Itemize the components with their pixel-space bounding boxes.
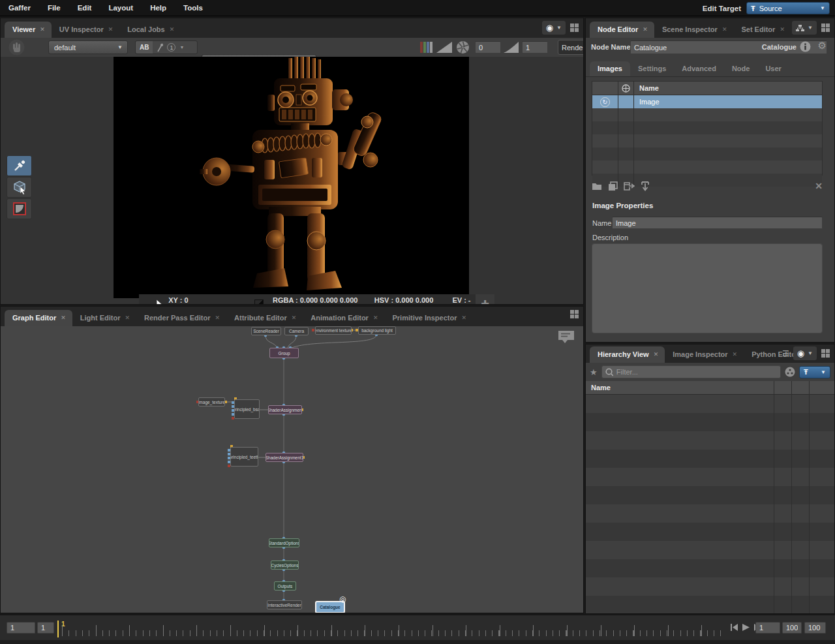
graph-node-standardoptions[interactable]: StandardOptions: [269, 538, 299, 547]
filter-search-box[interactable]: [601, 365, 781, 378]
menu-help[interactable]: Help: [142, 0, 175, 16]
pin-mode-dropdown[interactable]: ◉ ▼: [793, 346, 817, 360]
close-icon[interactable]: ✕: [733, 351, 738, 358]
tab-primitive-inspector[interactable]: Primitive Inspector✕: [384, 310, 473, 326]
hierarchy-rows[interactable]: [586, 395, 834, 613]
view-select-dropdown[interactable]: default ▼: [48, 40, 128, 54]
extract-image-icon[interactable]: [641, 181, 650, 191]
gear-icon[interactable]: ⚙: [818, 40, 827, 52]
close-icon[interactable]: ✕: [40, 26, 45, 33]
crop-window-tool-button[interactable]: [7, 198, 32, 219]
tab-image-inspector[interactable]: Image Inspector✕: [665, 346, 744, 363]
range-end-input[interactable]: [782, 622, 802, 634]
annotation-bubble-icon[interactable]: [557, 330, 575, 345]
menu-gaffer[interactable]: Gaffer: [0, 0, 39, 16]
graph-node-shaderassignment1[interactable]: ShaderAssignment1: [266, 453, 303, 462]
image-name-input[interactable]: [612, 217, 823, 229]
menu-tools[interactable]: Tools: [175, 0, 211, 16]
wipe-icon[interactable]: [156, 43, 164, 52]
wipe-index-badge[interactable]: 1: [167, 43, 175, 52]
graph-node-outputs[interactable]: Outputs: [274, 581, 296, 590]
aperture-icon[interactable]: [456, 40, 470, 54]
subtab-user[interactable]: User: [757, 61, 789, 76]
play-icon[interactable]: [742, 624, 750, 631]
channel-bars-icon[interactable]: [420, 42, 433, 53]
menu-layout[interactable]: Layout: [100, 0, 142, 16]
tab-set-editor[interactable]: Set Editor ✕: [733, 22, 791, 38]
subtab-node[interactable]: Node: [724, 61, 758, 76]
frame-input-left[interactable]: [37, 622, 54, 634]
close-icon[interactable]: ✕: [654, 351, 659, 358]
tab-viewer[interactable]: Viewer ✕: [5, 22, 52, 38]
tab-scene-inspector[interactable]: Scene Inspector ✕: [654, 22, 734, 38]
graph-node-shaderassignment[interactable]: ShaderAssignment: [268, 405, 302, 414]
exposure-icon[interactable]: [436, 42, 452, 53]
filter-input[interactable]: [616, 368, 777, 376]
graph-canvas[interactable]: SceneReader Camera environment texture b…: [1, 326, 583, 613]
gamma-icon[interactable]: [504, 42, 519, 53]
close-icon[interactable]: ✕: [292, 314, 297, 321]
graph-node-interactiverender[interactable]: InteractiveRender: [267, 600, 302, 609]
graph-node-cyclesoptions[interactable]: CyclesOptions: [271, 560, 299, 570]
current-frame-input[interactable]: [755, 622, 780, 634]
add-readout-button[interactable]: ✚: [476, 294, 494, 305]
graph-node-image-texture[interactable]: image_texture: [198, 397, 225, 406]
goto-start-icon[interactable]: [731, 624, 738, 631]
tab-hierarchy-view[interactable]: Hierarchy View✕: [590, 346, 665, 363]
tab-local-jobs[interactable]: Local Jobs ✕: [119, 22, 181, 38]
playhead[interactable]: [57, 621, 59, 637]
graph-node-background-light[interactable]: background light: [358, 326, 396, 335]
tab-node-editor[interactable]: Node Editor ✕: [590, 22, 654, 38]
info-icon[interactable]: [800, 41, 811, 52]
image-description-textarea[interactable]: [592, 243, 823, 333]
layout-grid-icon[interactable]: [821, 23, 830, 33]
node-name-input[interactable]: [630, 40, 827, 54]
menu-file[interactable]: File: [39, 0, 69, 16]
tab-light-editor[interactable]: Light Editor✕: [72, 310, 136, 326]
follow-mode-dropdown[interactable]: ▼: [792, 21, 817, 35]
gamma-input[interactable]: [522, 41, 548, 54]
load-image-icon[interactable]: [592, 181, 602, 191]
rendered-image[interactable]: [114, 57, 469, 298]
subtab-advanced[interactable]: Advanced: [674, 61, 724, 76]
pin-mode-dropdown[interactable]: ◉ ▼: [542, 21, 566, 35]
exposure-input[interactable]: [475, 41, 501, 54]
color-picker-tool-button[interactable]: [7, 155, 32, 176]
graph-node-camera[interactable]: Camera: [284, 327, 309, 335]
close-icon[interactable]: ✕: [61, 314, 66, 321]
tab-graph-editor[interactable]: Graph Editor✕: [5, 310, 72, 326]
subtab-images[interactable]: Images: [590, 61, 630, 76]
duplicate-image-icon[interactable]: [608, 181, 618, 191]
graph-node-principled-teeth[interactable]: principled_teeth: [230, 447, 258, 467]
tab-render-pass-editor[interactable]: Render Pass Editor✕: [136, 310, 226, 326]
image-row[interactable]: ↻ Image: [592, 95, 822, 108]
viewer-content[interactable]: XY : 0 0 RGBA : 0.000 0.000 0.000 0.000 …: [1, 57, 583, 304]
pan-hand-icon[interactable]: [8, 38, 25, 56]
graph-node-group[interactable]: Group: [269, 348, 299, 358]
close-icon[interactable]: ✕: [643, 26, 648, 33]
range-start-input[interactable]: [7, 622, 35, 634]
remove-image-icon[interactable]: ✕: [815, 181, 823, 191]
hamburger-icon[interactable]: ☰: [782, 349, 789, 358]
graph-node-principled-bsdf[interactable]: principled_bsdf: [234, 399, 260, 419]
star-icon[interactable]: ★: [590, 367, 598, 377]
compare-ab-button[interactable]: AB: [136, 41, 153, 54]
layout-grid-icon[interactable]: [821, 348, 830, 358]
tab-uv-inspector[interactable]: UV Inspector ✕: [52, 22, 119, 38]
graph-node-environment-texture[interactable]: environment texture: [315, 326, 352, 335]
export-image-icon[interactable]: [624, 181, 635, 191]
close-icon[interactable]: ✕: [170, 26, 175, 33]
end-frame-input[interactable]: [804, 622, 826, 634]
close-icon[interactable]: ✕: [215, 314, 220, 321]
tab-animation-editor[interactable]: Animation Editor✕: [303, 310, 384, 326]
layout-grid-icon[interactable]: [569, 309, 579, 319]
close-icon[interactable]: ✕: [780, 26, 785, 33]
edit-target-dropdown[interactable]: Ŧ Source ▼: [746, 2, 830, 14]
close-icon[interactable]: ✕: [462, 314, 467, 321]
subtab-settings[interactable]: Settings: [630, 61, 674, 76]
menu-edit[interactable]: Edit: [69, 0, 100, 16]
close-icon[interactable]: ✕: [373, 314, 378, 321]
graph-node-scenereader[interactable]: SceneReader: [251, 327, 281, 335]
close-icon[interactable]: ✕: [722, 26, 727, 33]
name-column-header[interactable]: Name: [634, 82, 822, 95]
